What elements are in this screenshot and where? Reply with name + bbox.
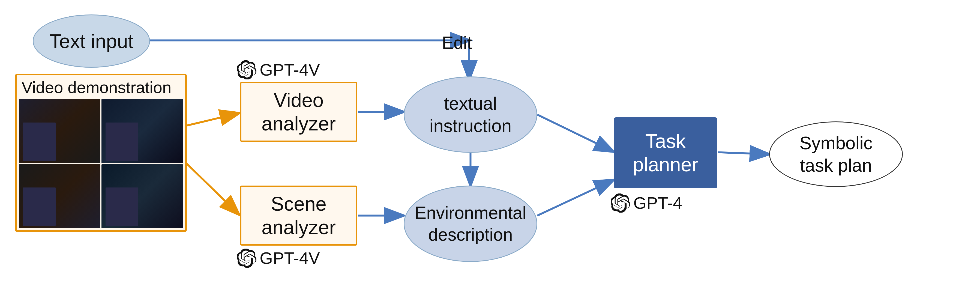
text-input-label: Text input xyxy=(49,30,134,53)
task-planner-node: Taskplanner xyxy=(614,117,718,188)
video-frame-2 xyxy=(102,99,183,163)
openai-icon-2 xyxy=(237,248,256,268)
gpt4-text: GPT-4 xyxy=(633,193,682,213)
video-demo-label: Video demonstration xyxy=(17,75,185,98)
symbolic-plan-node: Symbolictask plan xyxy=(769,121,903,187)
video-analyzer-label: Videoanalyzer xyxy=(262,88,336,135)
gpt4v-text-1: GPT-4V xyxy=(260,60,320,80)
textual-instruction-node: textualinstruction xyxy=(404,76,537,153)
openai-icon-1 xyxy=(237,60,256,80)
gpt4v-label-video: GPT-4V xyxy=(237,60,320,80)
video-grid xyxy=(17,98,185,230)
video-demo-node: Video demonstration xyxy=(15,74,187,232)
svg-line-5 xyxy=(187,113,239,126)
openai-icon-3 xyxy=(611,193,630,213)
gpt4v-label-scene: GPT-4V xyxy=(237,248,320,268)
svg-line-12 xyxy=(718,152,768,154)
diagram-container: Text input Video demonstration GPT-4V Vi… xyxy=(0,0,980,301)
scene-analyzer-node: Sceneanalyzer xyxy=(240,186,357,245)
text-input-node: Text input xyxy=(33,14,150,68)
video-frame-1 xyxy=(19,99,100,163)
scene-analyzer-label: Sceneanalyzer xyxy=(262,192,336,239)
textual-instruction-label: textualinstruction xyxy=(430,92,512,137)
symbolic-plan-label: Symbolictask plan xyxy=(799,132,873,177)
env-description-node: Environmentaldescription xyxy=(404,186,537,262)
video-frame-4 xyxy=(102,164,183,228)
gpt4v-text-2: GPT-4V xyxy=(260,248,320,268)
svg-line-10 xyxy=(537,115,613,151)
env-description-label: Environmentaldescription xyxy=(415,202,526,245)
task-planner-label: Taskplanner xyxy=(633,129,698,177)
gpt4-label: GPT-4 xyxy=(611,193,682,213)
svg-line-11 xyxy=(537,180,613,216)
video-frame-3 xyxy=(19,164,100,228)
svg-line-6 xyxy=(187,164,239,214)
video-analyzer-node: Videoanalyzer xyxy=(240,82,357,142)
edit-label: Edit xyxy=(442,33,472,53)
